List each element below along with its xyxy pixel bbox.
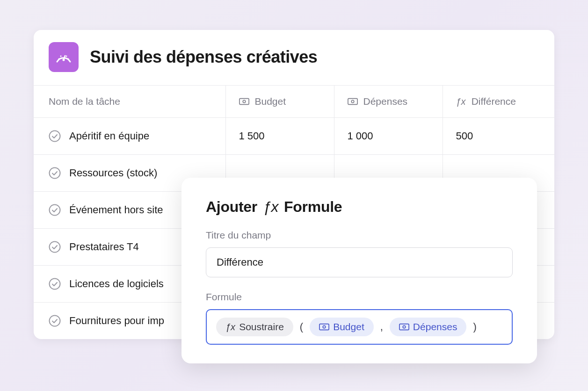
field-title-label: Titre du champ (206, 230, 513, 241)
money-icon (239, 98, 249, 105)
open-paren: ( (300, 321, 303, 333)
column-label: Nom de la tâche (49, 96, 120, 107)
money-icon (348, 98, 358, 105)
svg-point-11 (50, 168, 60, 179)
svg-point-12 (50, 205, 60, 216)
svg-rect-6 (239, 99, 248, 105)
check-circle-icon (49, 278, 61, 290)
expenses-cell[interactable]: 1 000 (334, 118, 443, 155)
function-name: Soustraire (239, 321, 284, 333)
formula-icon: ƒx (225, 322, 235, 333)
svg-rect-16 (319, 324, 329, 330)
check-circle-icon (49, 130, 61, 142)
budget-cell[interactable]: 1 500 (225, 118, 334, 155)
comma: , (380, 321, 383, 333)
difference-cell: 500 (443, 118, 554, 155)
check-circle-icon (49, 167, 61, 179)
function-chip[interactable]: ƒx Soustraire (216, 318, 293, 336)
money-icon (399, 323, 409, 331)
close-paren: ) (473, 321, 476, 333)
column-header-expenses[interactable]: Dépenses (334, 86, 443, 118)
task-name: Licences de logiciels (69, 278, 164, 290)
money-icon (319, 323, 329, 331)
svg-point-14 (50, 279, 60, 290)
svg-point-17 (323, 326, 326, 328)
field-chip-budget[interactable]: Budget (310, 318, 374, 336)
modal-title-suffix: Formule (284, 198, 342, 216)
task-name: Ressources (stock) (69, 167, 157, 179)
svg-point-5 (68, 58, 69, 60)
column-label: Dépenses (363, 96, 408, 107)
card-header: Suivi des dépenses créatives (34, 30, 554, 85)
svg-point-19 (403, 326, 406, 328)
check-circle-icon (49, 315, 61, 327)
column-label: Budget (255, 96, 286, 107)
svg-point-7 (243, 100, 246, 103)
svg-point-9 (351, 100, 354, 103)
column-header-budget[interactable]: Budget (225, 86, 334, 118)
svg-point-4 (66, 56, 67, 57)
column-label: Différence (472, 96, 516, 107)
svg-point-2 (58, 58, 60, 60)
field-name: Dépenses (413, 321, 457, 333)
add-formula-modal: Ajouter ƒx Formule Titre du champ Formul… (181, 178, 537, 363)
check-circle-icon (49, 204, 61, 216)
modal-title-prefix: Ajouter (206, 198, 257, 216)
gauge-icon (49, 42, 79, 72)
svg-rect-8 (348, 99, 357, 105)
formula-label: Formule (206, 291, 513, 303)
column-header-task[interactable]: Nom de la tâche (34, 86, 225, 118)
page-title: Suivi des dépenses créatives (90, 47, 317, 67)
modal-title: Ajouter ƒx Formule (206, 198, 513, 216)
task-name: Apéritif en équipe (69, 130, 149, 142)
field-name: Budget (333, 321, 364, 333)
formula-icon: ƒx (263, 198, 278, 216)
svg-line-1 (64, 56, 65, 60)
svg-point-15 (50, 316, 60, 326)
check-circle-icon (49, 241, 61, 253)
task-name: Événement hors site (69, 204, 163, 216)
formula-icon: ƒx (456, 96, 466, 107)
task-name: Prestataires T4 (69, 241, 139, 253)
field-chip-expenses[interactable]: Dépenses (390, 318, 467, 336)
task-name: Fournitures pour imp (69, 315, 164, 327)
svg-point-13 (50, 242, 60, 253)
field-title-input[interactable] (206, 247, 513, 277)
svg-point-3 (60, 56, 62, 57)
formula-input[interactable]: ƒx Soustraire ( Budget , Dépenses ) (206, 309, 513, 345)
svg-point-10 (50, 131, 60, 142)
table-row[interactable]: Apéritif en équipe1 5001 000500 (34, 118, 554, 155)
column-header-difference[interactable]: ƒx Différence (443, 86, 554, 118)
svg-rect-18 (399, 324, 409, 330)
